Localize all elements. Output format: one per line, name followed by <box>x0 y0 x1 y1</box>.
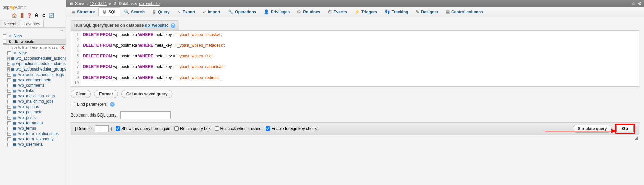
tab-sql[interactable]: 🛢SQL <box>98 7 120 16</box>
tab-triggers[interactable]: ⚡Triggers <box>351 7 381 16</box>
delimiter-input[interactable] <box>95 125 109 132</box>
expand-icon[interactable]: + <box>7 143 11 146</box>
sidebar-icon-row: 🏠 🚪 ❓ 🛢 ⚙ 🔄 <box>0 11 66 20</box>
panel-tab-favorites[interactable]: Favorites <box>20 20 44 27</box>
tree-table-row[interactable]: +▦wp_termmeta <box>7 120 66 126</box>
expand-icon[interactable]: + <box>7 73 11 77</box>
simulate-button[interactable]: Simulate query <box>573 125 612 133</box>
tab-tracking[interactable]: 👣Tracking <box>381 7 412 16</box>
expand-icon[interactable]: + <box>7 94 11 98</box>
retain-box-checkbox[interactable] <box>174 126 179 131</box>
tab-designer[interactable]: ✎Designer <box>412 7 442 16</box>
fk-check[interactable]: Enable foreign key checks <box>266 126 318 131</box>
tree-table-row[interactable]: +▦wp_commentmeta <box>7 77 66 83</box>
expand-icon[interactable]: + <box>7 127 11 130</box>
retain-box-check[interactable]: Retain query box <box>174 126 211 131</box>
help-icon[interactable]: ? <box>171 23 175 28</box>
expand-icon[interactable]: + <box>7 110 11 114</box>
expand-icon[interactable]: + <box>7 132 11 136</box>
go-button[interactable]: Go <box>616 125 634 132</box>
tree-table-row[interactable]: +▦wp_term_taxonomy <box>7 136 66 142</box>
tab-events[interactable]: ⏱Events <box>324 7 351 16</box>
bookmark-input[interactable] <box>120 111 171 119</box>
structure-icon: ≣ <box>72 9 75 14</box>
home-icon[interactable]: 🏠 <box>12 13 17 18</box>
expand-icon[interactable]: + <box>7 84 11 87</box>
expand-icon[interactable]: + <box>7 137 11 141</box>
tab-import[interactable]: ↙Import <box>199 7 224 16</box>
rollback-check[interactable]: Rollback when finished <box>215 126 262 131</box>
expand-icon[interactable]: + <box>7 62 10 66</box>
show-again-check[interactable]: Show this query here again <box>116 126 170 131</box>
resize-handle-icon[interactable]: ◢ <box>71 135 639 140</box>
tree-table-row[interactable]: +▦wp_actionscheduler_actions <box>7 56 66 61</box>
expand-icon[interactable]: + <box>7 100 11 103</box>
show-again-checkbox[interactable] <box>116 126 120 131</box>
tree-table-row[interactable]: +▦wp_actionscheduler_logs <box>7 72 66 77</box>
tree-filter-clear[interactable]: X <box>61 45 64 50</box>
server-icon: 🖥 <box>69 2 73 6</box>
sql-editor[interactable]: 12345678910 DELETE FROM wp_postmeta WHER… <box>71 30 639 87</box>
tab-query[interactable]: 🛢Query <box>148 7 173 16</box>
tab-privileges[interactable]: 👤Privileges <box>260 7 293 16</box>
tree-table-row[interactable]: +▦wp_terms <box>7 126 66 131</box>
tab-operations[interactable]: 🔧Operations <box>224 7 260 16</box>
get-autosaved-button[interactable]: Get auto-saved query <box>121 90 173 98</box>
tab-central-columns[interactable]: ▤Central columns <box>442 7 487 16</box>
sql-code[interactable]: DELETE FROM wp_postmeta WHERE meta_key =… <box>81 31 639 86</box>
db-tree: − ✳ New − 🛢 db_website X − ✳ New +▦w <box>0 33 66 185</box>
tree-new-db[interactable]: − ✳ New <box>3 33 66 39</box>
gear-icon[interactable]: ⚙ <box>638 1 642 6</box>
expand-icon[interactable]: + <box>7 67 10 71</box>
expand-icon[interactable]: + <box>7 78 11 82</box>
tree-new-table[interactable]: − ✳ New <box>7 50 66 56</box>
fk-checkbox[interactable] <box>266 126 270 131</box>
expand-icon[interactable]: + <box>7 105 11 109</box>
logout-icon[interactable]: 🚪 <box>19 13 25 18</box>
help-icon[interactable]: ? <box>110 102 115 107</box>
sql-icon[interactable]: 🛢 <box>34 13 39 18</box>
collapse-icon[interactable]: − <box>3 40 6 44</box>
tree-table-row[interactable]: +▦wp_posts <box>7 115 66 120</box>
tree-table-row[interactable]: +▦wp_postmeta <box>7 109 66 115</box>
help-icon[interactable]: ❓ <box>27 13 32 18</box>
tab-structure[interactable]: ≣Structure <box>68 7 98 16</box>
tree-table-label: wp_links <box>18 88 34 93</box>
query-db-link[interactable]: db_website <box>145 23 167 28</box>
table-icon: ▦ <box>12 94 17 98</box>
tree-table-row[interactable]: +▦wp_actionscheduler_groups <box>7 66 66 72</box>
panel-tab-recent[interactable]: Recent <box>0 20 20 27</box>
expand-icon[interactable]: + <box>7 121 11 125</box>
tree-table-row[interactable]: +▦wp_links <box>7 88 66 93</box>
tree-db-website[interactable]: − 🛢 db_website <box>3 39 66 45</box>
expand-icon[interactable]: + <box>7 57 10 60</box>
tab-label: Search <box>131 10 145 14</box>
rollback-checkbox[interactable] <box>215 126 219 131</box>
tab-routines[interactable]: ⚙Routines <box>293 7 324 16</box>
tree-table-row[interactable]: +▦wp_mailchimp_jobs <box>7 99 66 104</box>
new-icon: ✳ <box>8 34 12 38</box>
tree-filter-input[interactable] <box>9 45 59 50</box>
collapse-handle-icon[interactable]: ⇔ <box>0 28 66 33</box>
tree-table-row[interactable]: +▦wp_actionscheduler_claims <box>7 61 66 66</box>
tab-search[interactable]: 🔍Search <box>120 7 148 16</box>
expand-icon[interactable]: − <box>7 51 11 55</box>
clear-button[interactable]: Clear <box>71 90 91 98</box>
tab-export[interactable]: ↘Export <box>173 7 199 16</box>
expand-icon[interactable]: − <box>3 34 6 38</box>
reload-icon[interactable]: 🔄 <box>49 13 54 18</box>
bind-params-checkbox[interactable] <box>71 102 75 106</box>
database-icon: 🛢 <box>113 2 117 6</box>
tree-table-row[interactable]: +▦wp_comments <box>7 83 66 88</box>
tree-table-row[interactable]: +▦wp_mailchimp_carts <box>7 93 66 99</box>
db-link[interactable]: db_website <box>139 1 160 6</box>
star-icon[interactable]: ☆ <box>631 1 636 6</box>
server-link[interactable]: 127.0.0.1 <box>90 1 107 6</box>
tree-table-row[interactable]: +▦wp_usermeta <box>7 142 66 147</box>
tree-table-row[interactable]: +▦wp_options <box>7 104 66 109</box>
format-button[interactable]: Format <box>94 90 118 98</box>
expand-icon[interactable]: + <box>7 116 11 120</box>
gear-icon[interactable]: ⚙ <box>41 13 47 18</box>
expand-icon[interactable]: + <box>7 89 11 93</box>
tree-table-row[interactable]: +▦wp_term_relationships <box>7 131 66 136</box>
